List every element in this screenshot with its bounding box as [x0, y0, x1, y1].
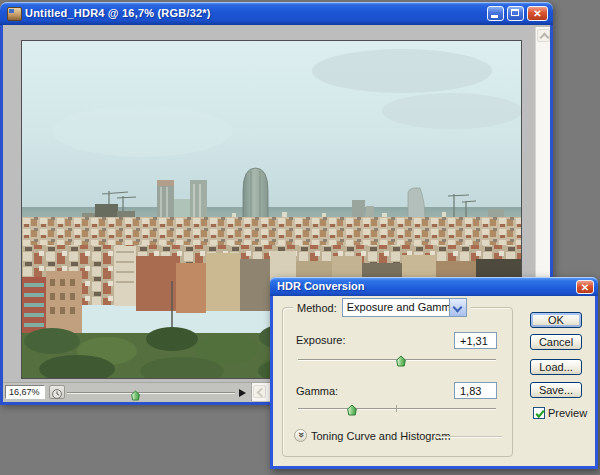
toning-curve-row: Toning Curve and Histogram	[294, 429, 504, 444]
ok-button[interactable]: OK	[530, 312, 582, 328]
exposure-slider[interactable]	[298, 352, 496, 366]
method-selected-value: Exposure and Gamma	[347, 299, 457, 316]
exposure-value-field[interactable]	[454, 332, 497, 349]
dialog-close-button[interactable]	[576, 280, 594, 294]
save-button[interactable]: Save...	[530, 382, 582, 398]
toning-curve-label: Toning Curve and Histogram	[311, 430, 450, 442]
maximize-button[interactable]	[507, 6, 524, 21]
method-legend: Method: Exposure and Gamma	[293, 298, 471, 317]
play-icon[interactable]	[237, 388, 249, 399]
dialog-titlebar[interactable]: HDR Conversion	[270, 277, 598, 296]
preview-option: Preview	[533, 406, 587, 419]
gamma-slider-thumb[interactable]	[347, 402, 357, 420]
hdr-conversion-dialog: HDR Conversion Method: Exposure and Gamm…	[270, 277, 598, 469]
preview-label: Preview	[548, 407, 587, 419]
gamma-slider[interactable]	[298, 401, 496, 415]
scroll-up-icon[interactable]	[537, 29, 550, 42]
method-groupbox: Method: Exposure and Gamma Exposure: Gam…	[282, 307, 513, 457]
dialog-title: HDR Conversion	[277, 277, 364, 296]
slider-track[interactable]	[67, 392, 235, 393]
minimize-button[interactable]	[487, 6, 504, 21]
exposure-slider-thumb[interactable]	[396, 353, 406, 371]
document-window-titlebar[interactable]: Untitled_HDR4 @ 16,7% (RGB/32*)	[0, 2, 553, 25]
scroll-left-icon[interactable]	[253, 385, 266, 398]
preview-checkbox[interactable]	[533, 407, 545, 419]
gamma-slider-tick	[396, 405, 397, 412]
slider-thumb[interactable]	[131, 387, 140, 405]
expand-chevron-icon[interactable]	[294, 429, 307, 442]
method-dropdown[interactable]: Exposure and Gamma	[342, 298, 467, 317]
cancel-button[interactable]: Cancel	[530, 334, 582, 350]
chevron-down-icon[interactable]	[449, 299, 466, 316]
dialog-body: Method: Exposure and Gamma Exposure: Gam…	[273, 296, 595, 466]
zoom-level-field[interactable]	[5, 385, 45, 399]
toning-divider	[436, 436, 502, 437]
exposure-label: Exposure:	[296, 334, 346, 346]
check-icon	[534, 408, 546, 420]
gamma-label: Gamma:	[296, 385, 338, 397]
status-zoom-slider[interactable]	[67, 383, 235, 402]
method-label: Method:	[297, 302, 337, 314]
close-button[interactable]	[527, 6, 548, 21]
document-title: Untitled_HDR4 @ 16,7% (RGB/32*)	[25, 2, 211, 25]
gamma-slider-track[interactable]	[298, 408, 496, 409]
clock-icon[interactable]	[49, 385, 65, 399]
photoshop-document-icon	[7, 7, 22, 21]
load-button[interactable]: Load...	[530, 359, 582, 375]
gamma-value-field[interactable]	[454, 382, 497, 399]
